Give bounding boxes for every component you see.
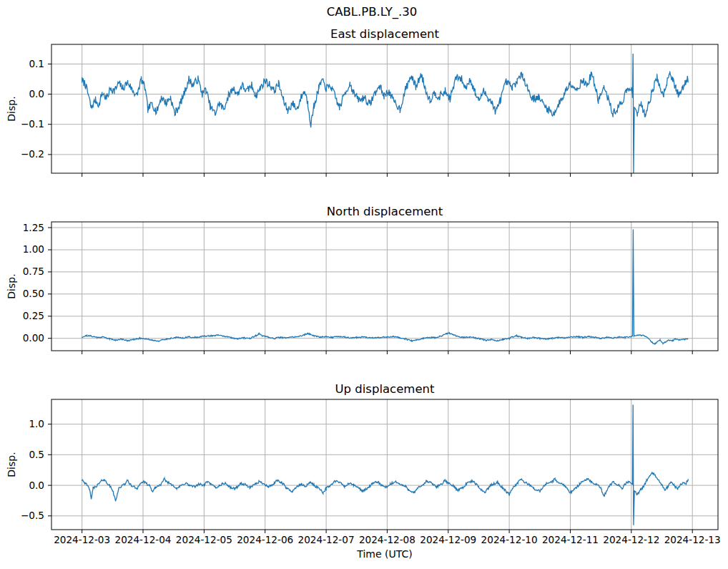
subplot-title-up: Up displacement bbox=[51, 382, 718, 396]
x-tick-label: 2024-12-08 bbox=[354, 535, 420, 545]
x-axis-label: Time (UTC) bbox=[51, 548, 718, 560]
x-tick-label: 2024-12-11 bbox=[537, 535, 603, 545]
y-tick-label: −0.1 bbox=[3, 119, 44, 130]
y-tick-label: 0.1 bbox=[3, 59, 44, 69]
y-tick-label: −0.5 bbox=[3, 510, 44, 521]
y-tick-label: 0.0 bbox=[3, 480, 44, 491]
x-tick-label: 2024-12-06 bbox=[232, 535, 298, 545]
x-tick-label: 2024-12-05 bbox=[171, 535, 237, 545]
x-tick-label: 2024-12-09 bbox=[415, 535, 481, 545]
axes-frame bbox=[51, 399, 718, 530]
x-tick-label: 2024-12-13 bbox=[659, 535, 725, 545]
y-tick-label: 1.25 bbox=[3, 223, 44, 233]
x-tick-label: 2024-12-04 bbox=[110, 535, 176, 545]
figure: CABL.PB.LY_.30 East displacement North d… bbox=[0, 0, 728, 569]
y-tick-label: 0.5 bbox=[3, 449, 44, 460]
y-tick-label: 1.00 bbox=[3, 244, 44, 255]
y-tick-label: −0.2 bbox=[3, 149, 44, 160]
y-tick-label: 0.75 bbox=[3, 266, 44, 277]
figure-title: CABL.PB.LY_.30 bbox=[8, 5, 728, 19]
series-line-up bbox=[82, 405, 689, 525]
y-tick-label: 0.00 bbox=[3, 333, 44, 344]
series-line-north bbox=[82, 230, 689, 344]
series-line-east bbox=[82, 54, 689, 173]
y-tick-label: 0.50 bbox=[3, 288, 44, 299]
y-tick-label: 1.0 bbox=[3, 419, 44, 429]
y-tick-label: 0.0 bbox=[3, 89, 44, 99]
x-tick-label: 2024-12-07 bbox=[293, 535, 359, 545]
plot-canvas bbox=[0, 0, 728, 569]
axes-frame bbox=[51, 222, 718, 351]
x-tick-label: 2024-12-10 bbox=[476, 535, 542, 545]
subplot-title-north: North displacement bbox=[51, 205, 718, 218]
y-tick-label: 0.25 bbox=[3, 311, 44, 321]
x-tick-label: 2024-12-03 bbox=[49, 535, 115, 545]
x-tick-label: 2024-12-12 bbox=[599, 535, 664, 545]
subplot-title-east: East displacement bbox=[51, 27, 718, 41]
